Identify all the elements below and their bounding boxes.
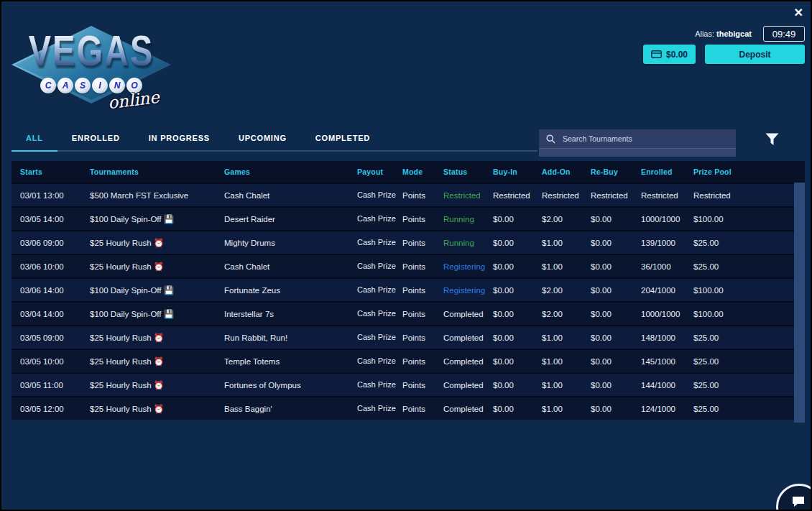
col-tournaments: Tournaments (88, 161, 223, 183)
account-info-row: Alias: thebigcat 09:49 (695, 26, 805, 42)
account-buttons-row: $0.00 Deposit (643, 45, 805, 64)
status-badge: Running (443, 239, 474, 247)
table-row[interactable]: 03/06 09:00 $25 Hourly Rush ⏰ Mighty Dru… (11, 231, 805, 254)
table-row[interactable]: 03/06 10:00 $25 Hourly Rush ⏰ Cash Chale… (11, 254, 805, 278)
deposit-button[interactable]: Deposit (705, 45, 805, 64)
alias-label: Alias: (695, 29, 714, 38)
tab-in-progress[interactable]: IN PROGRESS (134, 129, 224, 150)
status-badge: Registering (443, 262, 485, 271)
table-row[interactable]: 03/05 10:00 $25 Hourly Rush ⏰ Temple Tot… (11, 349, 805, 373)
table-header-row: Starts Tournaments Games Payout Mode Sta… (11, 161, 805, 183)
status-badge: Registering (443, 286, 485, 295)
vegas-casino-online-logo: VEGAS C A S I N O online (11, 16, 171, 114)
col-starts: Starts (11, 161, 88, 183)
table-row[interactable]: 03/04 14:00 $100 Daily Spin-Off 💾 Inters… (11, 302, 805, 326)
table-row[interactable]: 03/01 13:00 $500 March FST Exclusive Cas… (11, 183, 805, 207)
filter-button[interactable] (763, 132, 780, 147)
col-prize-pool: Prize Pool (692, 161, 805, 183)
status-badge: Completed (443, 357, 484, 366)
status-badge: Completed (443, 333, 484, 342)
col-payout: Payout (356, 161, 401, 183)
balance-button[interactable]: $0.00 (643, 45, 696, 64)
table-row[interactable]: 03/05 09:00 $25 Hourly Rush ⏰ Run Rabbit… (11, 326, 805, 349)
status-badge: Completed (443, 310, 484, 318)
table-row[interactable]: 03/05 11:00 $25 Hourly Rush ⏰ Fortunes o… (11, 373, 805, 397)
tab-upcoming[interactable]: UPCOMING (224, 129, 301, 150)
balance-amount: $0.00 (666, 50, 688, 60)
search-icon (546, 134, 555, 144)
chat-icon (791, 496, 806, 507)
tab-all[interactable]: ALL (11, 129, 57, 150)
alias-value: thebigcat (716, 29, 752, 38)
search-panel (539, 129, 736, 157)
wallet-icon (651, 50, 662, 58)
col-games: Games (223, 161, 356, 183)
session-timer: 09:49 (763, 26, 805, 42)
tournaments-lobby: ✕ VEGAS C A S I N O online Alias: thebig… (0, 0, 812, 511)
col-mode: Mode (401, 161, 442, 183)
status-badge: Completed (443, 405, 484, 413)
status-badge: Restricted (443, 191, 481, 200)
tournaments-table: Starts Tournaments Games Payout Mode Sta… (11, 161, 805, 420)
filter-funnel-icon (765, 133, 779, 146)
table-scrollbar[interactable] (794, 183, 805, 423)
col-add-on: Add-On (540, 161, 589, 183)
col-buy-in: Buy-In (492, 161, 540, 183)
table-row[interactable]: 03/05 14:00 $100 Daily Spin-Off 💾 Desert… (11, 207, 805, 231)
table-row[interactable]: 03/05 12:00 $25 Hourly Rush ⏰ Bass Baggi… (11, 397, 805, 420)
tab-completed[interactable]: COMPLETED (301, 129, 384, 150)
tournament-tabs: ALL ENROLLED IN PROGRESS UPCOMING COMPLE… (11, 129, 538, 152)
search-input[interactable] (561, 134, 729, 144)
col-enrolled: Enrolled (640, 161, 692, 183)
status-badge: Running (443, 215, 474, 224)
table-row[interactable]: 03/06 14:00 $100 Daily Spin-Off 💾 Fortun… (11, 278, 805, 302)
support-chat-button[interactable] (776, 484, 812, 511)
col-status: Status (442, 161, 492, 183)
logo-vegas-text: VEGAS (11, 26, 171, 75)
close-icon[interactable]: ✕ (794, 7, 803, 19)
status-badge: Completed (443, 381, 484, 390)
tab-enrolled[interactable]: ENROLLED (57, 129, 134, 150)
col-re-buy: Re-Buy (589, 161, 640, 183)
alias-text: Alias: thebigcat (695, 29, 752, 38)
